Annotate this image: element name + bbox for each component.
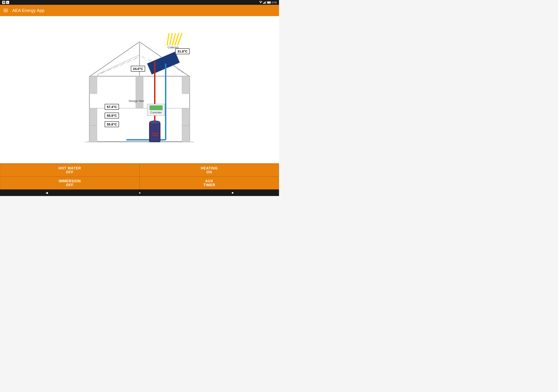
main-content: 31.8°C Collector 24.0°C Storage Tank 57.… [0,16,279,163]
svg-rect-30 [147,52,180,75]
hot-water-label: HOT WATER [58,166,81,170]
top-temp: 24.0°C [131,66,145,72]
svg-line-29 [148,60,150,61]
hot-water-value: OFF [66,170,74,174]
svg-rect-3 [264,2,265,4]
controller-label: Controller [149,111,163,114]
svg-rect-7 [271,2,271,3]
svg-rect-50 [149,122,160,142]
svg-rect-40 [89,126,97,142]
svg-line-26 [129,60,132,61]
hot-water-tab[interactable]: HOT WATER OFF [0,164,140,177]
status-right-icons: 8:45 [259,1,277,4]
aux-value: TIMER [203,183,215,187]
svg-line-33 [185,74,189,76]
signal-icon [263,1,266,4]
wifi-icon [259,1,262,4]
app-icon: A [6,1,9,4]
recent-button[interactable]: ■ [232,191,234,195]
svg-rect-43 [182,126,190,142]
svg-rect-5 [266,1,266,4]
svg-line-27 [135,57,139,59]
svg-line-13 [167,33,169,45]
low-temp: 55.8°C [105,121,119,127]
heating-label: HEATING [201,166,218,170]
nav-bar: ◀ ● ■ [0,189,279,196]
status-bar: 🖼 A 8:45 [0,0,279,5]
heating-tab[interactable]: HEATING ON [140,164,279,177]
mid-temp: 55.9°C [105,113,119,119]
immersion-label: IMMERSION [59,179,81,183]
svg-rect-39 [89,108,97,126]
svg-line-19 [133,58,136,60]
collector-label: Collector [168,46,179,49]
svg-rect-38 [89,76,97,94]
svg-rect-44 [136,76,143,108]
notification-icon: 🖼 [2,1,5,4]
controller-box: Controller [147,104,165,116]
back-button[interactable]: ◀ [45,191,48,195]
controller-green-indicator [149,105,163,110]
app-bar: AEA Energy App [0,5,279,16]
home-button[interactable]: ● [139,191,140,195]
svg-rect-8 [267,2,270,3]
collector-temp: 31.8°C [175,48,190,54]
svg-line-11 [172,33,175,45]
aux-label: AUX [205,179,213,183]
immersion-value: OFF [66,183,74,187]
svg-rect-4 [265,1,265,4]
svg-marker-1 [259,1,262,3]
svg-line-12 [170,33,172,45]
bottom-tabs: HOT WATER OFF HEATING ON IMMERSION OFF A… [0,163,279,189]
svg-line-25 [122,63,125,64]
house-diagram: 31.8°C Collector 24.0°C Storage Tank 57.… [83,29,196,151]
heating-value: ON [206,170,212,174]
svg-point-51 [149,121,160,124]
battery-icon [267,1,271,4]
status-time: 8:45 [272,1,277,4]
menu-button[interactable] [3,9,8,12]
svg-rect-42 [182,108,190,126]
svg-line-21 [97,75,99,76]
svg-rect-2 [263,3,264,4]
app-title: AEA Energy App [12,8,44,13]
storage-label: Storage Tank [129,100,144,102]
svg-rect-41 [182,76,190,94]
immersion-tab[interactable]: IMMERSION OFF [0,177,140,189]
high-temp: 57.4°C [105,104,119,110]
aux-tab[interactable]: AUX TIMER [140,177,279,189]
status-left-icons: 🖼 A [2,1,9,4]
svg-line-28 [142,56,145,58]
